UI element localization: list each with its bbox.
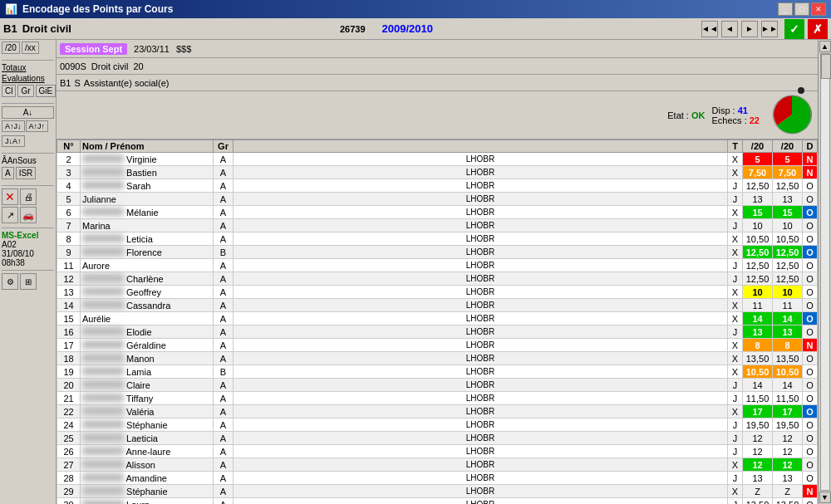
- cell-score1[interactable]: 8: [743, 339, 773, 352]
- x-button[interactable]: ✕: [2, 188, 18, 205]
- isr-button[interactable]: ISR: [16, 167, 37, 179]
- ms-excel-button[interactable]: MS-Excel: [2, 231, 54, 240]
- cell-score1[interactable]: 12,50: [743, 246, 773, 259]
- arrow-button[interactable]: ↗: [2, 207, 18, 223]
- car-button[interactable]: 🚗: [20, 207, 37, 223]
- table-row[interactable]: 11 AuroreALHOBRJ12,5012,50O: [57, 259, 818, 272]
- cell-score1[interactable]: 10,50: [743, 365, 773, 379]
- table-row[interactable]: 3 BastienALHOBRX7,507,50N: [57, 166, 818, 179]
- table-row[interactable]: 15 AurélieALHOBRX1414O: [57, 312, 818, 325]
- cell-score2[interactable]: 10,50: [773, 232, 803, 246]
- sort2-button[interactable]: A↑J↑: [26, 120, 49, 132]
- cell-score2[interactable]: 17: [773, 405, 803, 418]
- table-row[interactable]: 13 GeoffreyALHOBRX1010O: [57, 286, 818, 299]
- totaux-tab[interactable]: Totaux: [2, 63, 26, 72]
- table-row[interactable]: 19 LamiaBLHOBRX10,5010,50O: [57, 365, 818, 379]
- maximize-button[interactable]: □: [794, 2, 809, 16]
- table-row[interactable]: 18 ManonALHOBRX13,5013,50O: [57, 352, 818, 365]
- table-row[interactable]: 20 ClaireALHOBRJ1414O: [57, 379, 818, 392]
- table-row[interactable]: 2 VirginieALHOBRX55N: [57, 153, 818, 166]
- cell-score2[interactable]: 13: [773, 472, 803, 485]
- cell-score2[interactable]: Z: [773, 485, 803, 498]
- minimize-button[interactable]: _: [778, 2, 793, 16]
- table-row[interactable]: 6 MélanieALHOBRX1515O: [57, 206, 818, 219]
- table-row[interactable]: 22 ValériaALHOBRX1717O: [57, 405, 818, 418]
- cell-score1[interactable]: 15: [743, 206, 773, 219]
- scroll-track[interactable]: [820, 53, 830, 491]
- cell-score2[interactable]: 13: [773, 325, 803, 339]
- cell-score2[interactable]: 10: [773, 219, 803, 232]
- table-row[interactable]: 12 CharlèneALHOBRJ12,5012,50O: [57, 272, 818, 286]
- cell-score2[interactable]: 10,50: [773, 365, 803, 379]
- table-row[interactable]: 4 SarahALHOBRJ12,5012,50O: [57, 179, 818, 193]
- cell-score1[interactable]: 17: [743, 405, 773, 418]
- table-area[interactable]: N° Nom / Prénom Gr T /20 /20 D 2 Virgini…: [57, 139, 818, 504]
- sort3-button[interactable]: J↓A↑: [2, 135, 25, 147]
- cell-score2[interactable]: 13: [773, 193, 803, 206]
- cell-score1[interactable]: 10: [743, 286, 773, 299]
- cell-score2[interactable]: 13,50: [773, 498, 803, 505]
- cell-score1[interactable]: 11: [743, 299, 773, 312]
- table-row[interactable]: 9 FlorenceBLHOBRX12,5012,50O: [57, 246, 818, 259]
- nav-last-button[interactable]: ►►: [761, 21, 778, 37]
- table-row[interactable]: 24 StéphanieALHOBRJ19,5019,50O: [57, 418, 818, 432]
- cell-score2[interactable]: 14: [773, 379, 803, 392]
- nav-first-button[interactable]: ◄◄: [701, 21, 718, 37]
- cell-score2[interactable]: 12: [773, 445, 803, 458]
- cell-score1[interactable]: 7,50: [743, 166, 773, 179]
- cell-score1[interactable]: 11,50: [743, 392, 773, 405]
- cell-score1[interactable]: 10: [743, 219, 773, 232]
- sort1-button[interactable]: A↑J↓: [2, 120, 25, 132]
- scroll-up-button[interactable]: ▲: [819, 41, 831, 52]
- score-max-button[interactable]: /20: [2, 42, 20, 54]
- cell-score1[interactable]: 14: [743, 379, 773, 392]
- settings-button[interactable]: ⚙: [2, 273, 18, 290]
- header-right[interactable]: ◄◄ ◄ ► ►► ✓ ✗: [701, 19, 828, 39]
- table-row[interactable]: 16 ElodieALHOBRJ1313O: [57, 325, 818, 339]
- table-row[interactable]: 26 Anne-laureALHOBRJ1212O: [57, 445, 818, 458]
- sort-az-button[interactable]: A↓: [2, 106, 54, 119]
- a-button[interactable]: A: [2, 167, 14, 179]
- cell-score1[interactable]: 12,50: [743, 179, 773, 193]
- cl-button[interactable]: Cl: [2, 85, 16, 97]
- gr-button[interactable]: Gr: [17, 85, 33, 97]
- table-row[interactable]: 17 GéraldineALHOBRX88N: [57, 339, 818, 352]
- cell-score2[interactable]: 5: [773, 153, 803, 166]
- table-row[interactable]: 29 StéphanieALHOBRXZZN: [57, 485, 818, 498]
- scroll-down-button[interactable]: ▼: [819, 492, 831, 503]
- table-row[interactable]: 30 LauraALHOBRJ13,5013,50O: [57, 498, 818, 505]
- cell-score1[interactable]: 12: [743, 458, 773, 472]
- cell-score1[interactable]: 12,50: [743, 259, 773, 272]
- cell-score1[interactable]: Z: [743, 485, 773, 498]
- cell-score2[interactable]: 12,50: [773, 246, 803, 259]
- cell-score1[interactable]: 13,50: [743, 498, 773, 505]
- table-row[interactable]: 8 LeticiaALHOBRX10,5010,50O: [57, 232, 818, 246]
- cell-score2[interactable]: 7,50: [773, 166, 803, 179]
- table-row[interactable]: 14 CassandraALHOBRX1111O: [57, 299, 818, 312]
- cell-score2[interactable]: 12,50: [773, 272, 803, 286]
- window-controls[interactable]: _ □ ✕: [778, 2, 826, 16]
- cell-score1[interactable]: 14: [743, 312, 773, 325]
- cell-score1[interactable]: 19,50: [743, 418, 773, 432]
- table-row[interactable]: 21 TiffanyALHOBRJ11,5011,50O: [57, 392, 818, 405]
- cell-score2[interactable]: 13,50: [773, 352, 803, 365]
- cancel-button[interactable]: ✗: [808, 19, 828, 39]
- cell-score2[interactable]: 14: [773, 312, 803, 325]
- cell-score2[interactable]: 12,50: [773, 179, 803, 193]
- table-row[interactable]: 7 MarinaALHOBRJ1010O: [57, 219, 818, 232]
- gie-button[interactable]: GiE: [36, 85, 57, 97]
- cell-score2[interactable]: 12: [773, 458, 803, 472]
- nav-next-button[interactable]: ►: [741, 21, 758, 37]
- vertical-scrollbar[interactable]: ▲ ▼: [818, 40, 831, 504]
- cell-score1[interactable]: 13,50: [743, 352, 773, 365]
- cell-score1[interactable]: 13: [743, 193, 773, 206]
- grid-button[interactable]: ⊞: [20, 273, 37, 290]
- table-row[interactable]: 27 AlissonALHOBRX1212O: [57, 458, 818, 472]
- cell-score1[interactable]: 12,50: [743, 272, 773, 286]
- cell-score2[interactable]: 11: [773, 299, 803, 312]
- cell-score1[interactable]: 10,50: [743, 232, 773, 246]
- cell-score1[interactable]: 12: [743, 445, 773, 458]
- table-row[interactable]: 28 AmandineALHOBRJ1313O: [57, 472, 818, 485]
- cell-score2[interactable]: 8: [773, 339, 803, 352]
- scroll-thumb[interactable]: [821, 54, 831, 79]
